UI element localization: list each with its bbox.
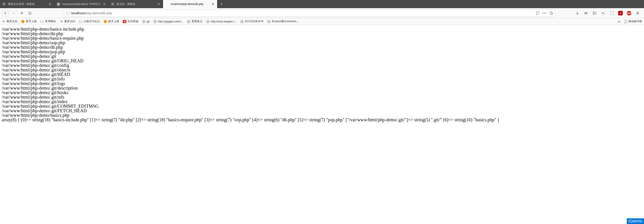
home-button[interactable]: [26, 10, 34, 17]
menu-button[interactable]: [634, 10, 641, 16]
close-icon[interactable]: ✕: [211, 2, 215, 6]
bookmark-label: 新手上路: [26, 20, 37, 23]
bookmark-item[interactable]: ECOS百科全书: [240, 20, 263, 23]
bookmark-label: 常用网址: [45, 20, 56, 23]
bookmark-item[interactable]: Ecstore通过services...: [267, 20, 299, 23]
bookmark-item[interactable]: ✲最常访问: [2, 20, 18, 23]
bookmark-item[interactable]: http://club.shopex.c...: [206, 20, 236, 23]
svg-point-11: [626, 23, 626, 23]
cnblogs-icon: [111, 2, 114, 6]
tab-1[interactable]: cuiyuanxin/php-demo: PHP学习 ✕: [54, 0, 109, 8]
github-icon: [56, 2, 60, 6]
output-line: /var/www/html/php-demo/basics.php: [2, 113, 642, 117]
bookmark-label: 火狐官方站点: [84, 20, 100, 23]
bookmark-label: 最常访问: [6, 20, 18, 23]
bookmark-item[interactable]: 查看收点: [187, 20, 202, 23]
downloads-button[interactable]: [574, 10, 580, 16]
bookmarks-bar: ✲最常访问新手上路常用网址✲最常访问火狐官方站点新手上路JD京东商城githtt…: [0, 18, 644, 25]
bookmark-label: git: [147, 20, 150, 23]
bookmark-label: 最常访问: [64, 20, 75, 23]
library-button[interactable]: [583, 10, 589, 16]
svg-rect-7: [539, 14, 540, 15]
sidebar-button[interactable]: [592, 10, 598, 16]
var-dump-output: array(8) { [0]=> string(18) "basics-incl…: [2, 117, 642, 122]
output-line: /var/www/html/php-demo/.git/config: [2, 63, 642, 68]
gear-icon: ✲: [60, 20, 63, 23]
bookmark-star-icon[interactable]: [550, 11, 553, 15]
output-line: /var/www/html/php-demo/.git/logs: [2, 81, 642, 86]
undo-button[interactable]: [600, 10, 606, 16]
folder-icon: [40, 20, 44, 23]
globe-icon: [240, 20, 244, 23]
reload-button[interactable]: [18, 10, 25, 17]
output-line: /var/www/html/php-demo/.git/description: [2, 86, 642, 90]
bookmark-label: http://club.shopex.c...: [211, 20, 236, 23]
adblock-icon[interactable]: ABP: [626, 10, 632, 16]
output-line: /var/www/html/php-demo/.git/hooks: [2, 90, 642, 95]
bookmark-item[interactable]: JD京东商城: [123, 20, 138, 23]
bookmark-label: http://yyygwz.com/i...: [158, 20, 183, 23]
svg-rect-4: [538, 12, 540, 13]
tab-2[interactable]: 崔元欣 - 博客园 ✕: [109, 0, 163, 8]
svg-rect-6: [538, 14, 539, 14]
cnblogs-icon: [2, 2, 6, 6]
close-icon[interactable]: ✕: [157, 2, 160, 6]
gear-icon: ✲: [2, 20, 6, 23]
bookmark-label: 京东商城: [128, 20, 138, 23]
back-button[interactable]: [2, 10, 9, 17]
output-line: /var/www/html/php-demo/.git: [2, 54, 642, 59]
bookmark-item[interactable]: 火狐官方站点: [79, 20, 100, 23]
firefox-icon: [21, 20, 25, 23]
url-bar[interactable]: i localhost/php-demo/dir.php •••: [64, 10, 555, 17]
output-line: /var/www/html/php-demo/basics-require.ph…: [2, 36, 642, 40]
output-line: /var/www/html/php-demo/.git/objects: [2, 68, 642, 72]
globe-icon: [206, 20, 210, 23]
url-text: localhost/php-demo/dir.php: [71, 11, 534, 15]
output-line: /var/www/html/php-demo/pop.php: [2, 49, 642, 54]
globe-icon: [153, 20, 157, 23]
svg-point-2: [111, 3, 114, 6]
bookmark-item[interactable]: 新手上路: [104, 20, 119, 23]
bookmark-item[interactable]: http://yyygwz.com/i...: [153, 20, 183, 23]
forward-button[interactable]: [10, 10, 17, 17]
tab-title: 崔元欣 - 博客园: [116, 2, 155, 6]
bookmark-item[interactable]: 新手上路: [21, 20, 37, 23]
output-line: /var/www/html/php-demo/.git/ORIG_HEAD: [2, 59, 642, 63]
output-line: /var/www/html/php-demo/.git/HEAD: [2, 72, 642, 77]
ublock-icon[interactable]: u: [617, 10, 624, 16]
output-line: /var/www/html/php-demo/.git/refs: [2, 95, 642, 99]
bookmark-label: 新手上路: [108, 20, 119, 23]
bookmark-item[interactable]: 常用网址: [40, 20, 56, 23]
globe-icon: [187, 20, 190, 23]
bookmark-label: 查看收点: [192, 20, 202, 23]
tab-3[interactable]: localhost/php-demo/dir.php ✕: [163, 0, 218, 8]
output-line: /var/www/html/php-demo/oop.php: [2, 40, 642, 45]
overflow-chevron-icon[interactable]: ≫: [618, 20, 621, 23]
close-icon[interactable]: ✕: [102, 2, 106, 6]
info-icon[interactable]: i: [66, 11, 70, 15]
output-line: /var/www/html/php-demo/.git/index: [2, 99, 642, 104]
mobile-bookmarks[interactable]: 移动版书签: [624, 20, 642, 23]
bookmark-item[interactable]: git: [142, 20, 150, 23]
close-icon[interactable]: ✕: [48, 2, 52, 6]
svg-rect-3: [536, 12, 537, 13]
tab-title: cuiyuanxin/php-demo: PHP学习: [62, 2, 101, 6]
screenshot-button[interactable]: [609, 10, 615, 16]
output-line: /var/www/html/php-demo/dir.php: [2, 31, 642, 36]
svg-rect-5: [536, 14, 537, 15]
tab-0[interactable]: 博客后台管理 - 博客园 ✕: [0, 0, 54, 8]
page-icon: [165, 2, 169, 6]
bookmark-label: Ecstore通过services...: [272, 20, 299, 23]
output-line: /var/www/html/php-demo/basics-include.ph…: [2, 27, 642, 31]
bookmark-item[interactable]: ✲最常访问: [60, 20, 75, 23]
output-line: /var/www/html/php-demo/.git/COMMIT_EDITM…: [2, 104, 642, 108]
bookmark-label: ECOS百科全书: [245, 20, 263, 23]
output-line: /var/www/html/php-demo/.git/FETCH_HEAD: [2, 108, 642, 113]
page-actions-icon[interactable]: •••: [542, 11, 547, 15]
new-tab-button[interactable]: +: [218, 0, 226, 8]
output-line: /var/www/html/php-demo/.git/info: [2, 77, 642, 81]
folder-icon: [79, 20, 82, 23]
qr-icon[interactable]: [536, 11, 540, 15]
tab-title: localhost/php-demo/dir.php: [171, 3, 210, 6]
svg-rect-8: [593, 12, 596, 14]
